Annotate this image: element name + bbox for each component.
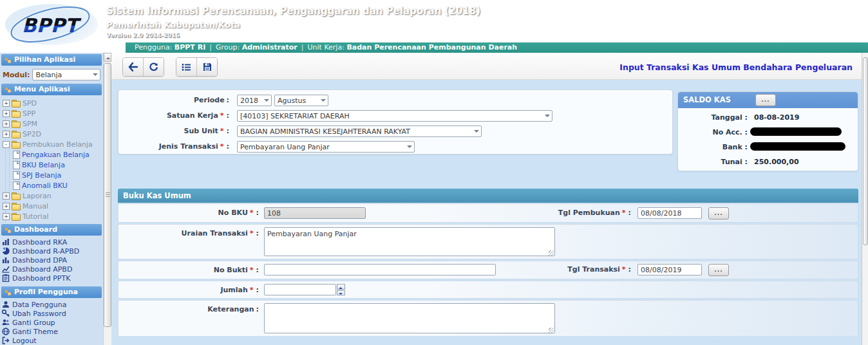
expand-icon[interactable]: + [3, 203, 10, 210]
sidebar-item-data-pengguna[interactable]: Data Pengguna [0, 300, 103, 309]
bar-chart-icon [2, 256, 10, 264]
list-button[interactable] [176, 58, 196, 76]
expand-icon[interactable]: + [3, 110, 10, 117]
resize-grip-icon[interactable] [549, 250, 554, 256]
globe-icon [2, 328, 10, 335]
sidebar-item-laporan[interactable]: + Laporan [0, 191, 103, 201]
sidebar-item-spp[interactable]: + SPP [0, 108, 103, 118]
stepper-up-icon[interactable] [337, 284, 345, 290]
sidebar-item-dashboard-rka[interactable]: Dashboard RKA [0, 238, 103, 247]
sidebar-item-anomali-bku[interactable]: Anomali BKU [0, 180, 103, 191]
buku-kas-umum-header: Buku Kas Umum [118, 189, 858, 203]
refresh-button[interactable] [143, 58, 164, 76]
jumlah-input[interactable] [264, 284, 336, 295]
folder-icon [12, 192, 21, 200]
tgl-pembukuan-label: Tgl Pembukuan*: [453, 209, 631, 217]
scroll-up-button[interactable] [104, 53, 111, 62]
resize-grip-icon[interactable] [549, 328, 554, 333]
page-title: Input Transaksi Kas Umum Bendahara Penge… [619, 62, 853, 72]
scrollbar-thumb[interactable] [104, 63, 111, 327]
list-icon [182, 63, 191, 71]
chevron-down-icon [91, 70, 100, 80]
group-label: Group: [216, 43, 240, 51]
separator: | [209, 43, 212, 51]
keterangan-textarea[interactable] [264, 303, 555, 333]
expand-icon[interactable]: + [3, 213, 10, 220]
back-button[interactable] [123, 58, 143, 76]
sidebar-item-bku-belanja[interactable]: BKU Belanja [0, 160, 103, 170]
dashboard-list: Dashboard RKA Dashboard R-APBD Dashboard… [0, 236, 103, 285]
sidebar-item-spj-belanja[interactable]: SPJ Belanja [0, 170, 103, 180]
periode-year-select[interactable]: 2018 [237, 95, 272, 106]
filter-form-card: Periode: 2018 Agustus Satuan Kerja*: [40… [118, 89, 673, 154]
no-acc-label: No Acc. : [712, 128, 748, 136]
logo-text: BPPT [22, 14, 82, 37]
separator: | [301, 43, 304, 51]
sidebar-item-ganti-group[interactable]: Ganti Group [0, 318, 103, 327]
sidebar-item-logout[interactable]: Logout [0, 336, 103, 345]
profil-list: Data Pengguna Ubah Password Ganti Group … [0, 298, 103, 345]
main-scrollbar[interactable] [862, 53, 868, 345]
satuan-kerja-select[interactable]: [40103] SEKRETARIAT DAERAH [237, 110, 552, 122]
group-value: Administrator [242, 43, 297, 51]
expand-icon[interactable]: + [3, 131, 10, 138]
app-title: Sistem Informasi Perencanaan, Penganggar… [106, 5, 480, 17]
sidebar-scrollbar[interactable] [103, 53, 111, 345]
sidebar-item-ubah-password[interactable]: Ubah Password [0, 309, 103, 318]
chevron-down-icon [543, 111, 552, 121]
tgl-transaksi-browse-button[interactable]: ... [708, 264, 729, 276]
saldo-kas-card: SALDO KAS ... Tanggal : 08-08-2019 No Ac… [677, 91, 858, 171]
section-header-menu-aplikasi: Menu Aplikasi [1, 84, 102, 95]
section-bullet-icon [5, 227, 11, 233]
sub-unit-label: Sub Unit*: [118, 127, 229, 135]
collapse-icon[interactable]: - [3, 141, 10, 148]
jumlah-stepper[interactable] [337, 284, 345, 295]
section-header-profil-pengguna: Profil Pengguna [1, 286, 102, 298]
sidebar-item-manual[interactable]: + Manual [0, 201, 103, 211]
expand-icon[interactable]: + [3, 192, 10, 200]
tgl-transaksi-input[interactable] [637, 264, 702, 275]
row-no-bukti: No Bukti*: Tgl Transaksi*: ... [118, 261, 858, 279]
sidebar-item-sp2d[interactable]: + SP2D [0, 129, 103, 139]
sidebar-item-pembukuan-belanja[interactable]: - Pembukuan Belanja [0, 139, 103, 149]
tgl-transaksi-label: Tgl Transaksi*: [453, 265, 631, 274]
sidebar-item-pengakuan-belanja[interactable]: Pengakuan Belanja [0, 149, 103, 160]
expand-icon[interactable]: + [3, 120, 10, 127]
uraian-transaksi-label: Uraian Transaksi*: [118, 229, 259, 238]
periode-month-select[interactable]: Agustus [274, 95, 328, 106]
satuan-kerja-label: Satuan Kerja*: [118, 111, 229, 120]
section-header-dashboard: Dashboard [1, 224, 102, 236]
sidebar-item-dashboard-dpa[interactable]: Dashboard DPA [0, 256, 103, 265]
sidebar-item-spm[interactable]: + SPM [0, 118, 103, 129]
stepper-down-icon[interactable] [337, 290, 345, 296]
sidebar-item-spd[interactable]: + SPD [0, 98, 103, 108]
scrollbar-grip [106, 192, 110, 197]
chevron-down-icon [405, 142, 414, 152]
sidebar-item-tutorial[interactable]: + Tutorial [0, 211, 103, 221]
refresh-icon [149, 62, 158, 72]
section-bullet-icon [5, 57, 11, 63]
sidebar-item-dashboard-pptk[interactable]: Dashboard PPTK [0, 274, 103, 283]
sub-unit-select[interactable]: BAGIAN ADMINISTRASI KESEJAHTERAAN RAKYAT [237, 126, 482, 137]
unit-kerja-label: Unit Kerja: [308, 43, 344, 51]
scrollbar-thumb[interactable] [863, 57, 868, 245]
tgl-pembukuan-browse-button[interactable]: ... [708, 207, 729, 219]
uraian-transaksi-textarea[interactable]: Pembayaran Uang Panjar [264, 227, 555, 256]
bppt-logo: BPPT [4, 3, 102, 51]
modul-select[interactable]: Belanja [32, 69, 100, 80]
unit-kerja-value: Badan Perencanaan Pembangunan Daerah [346, 43, 517, 51]
folder-icon [12, 120, 21, 127]
save-button[interactable] [196, 58, 217, 76]
document-icon [13, 182, 20, 190]
saldo-browse-button[interactable]: ... [755, 94, 776, 106]
sidebar-item-dashboard-r-apbd[interactable]: Dashboard R-APBD [0, 247, 103, 256]
save-icon [203, 62, 212, 71]
toolbar-group-actions [176, 57, 218, 77]
expand-icon[interactable]: + [3, 100, 10, 107]
jenis-transaksi-select[interactable]: Pembayaran Uang Panjar [237, 141, 415, 153]
sidebar-item-dashboard-apbd[interactable]: Dashboard APBD [0, 265, 103, 274]
sidebar-item-ganti-theme[interactable]: Ganti Theme [0, 327, 103, 336]
chevron-down-icon [472, 126, 481, 136]
tgl-pembukuan-input[interactable] [637, 207, 702, 219]
folder-icon [12, 203, 21, 210]
